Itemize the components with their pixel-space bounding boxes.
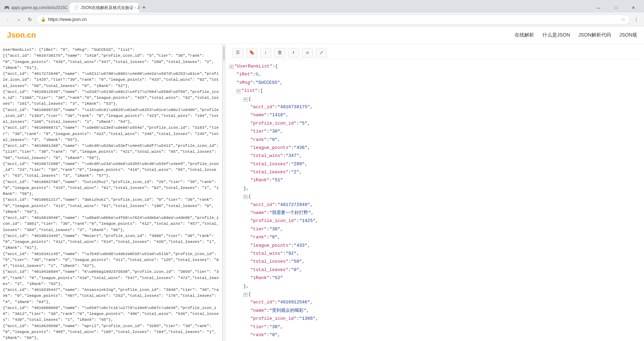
site-logo: Json.cn	[7, 31, 36, 40]
main-content: UserRankList": {"iRet": "0", "sMsg": "SU…	[0, 44, 644, 341]
json-field-tier: "tier":"30",	[230, 127, 640, 135]
extensions-button[interactable]: ⋮	[631, 15, 641, 24]
toolbar-sort-btn[interactable]: ↕	[260, 48, 271, 58]
json-field-league_points: "league_points":"433",	[230, 241, 640, 249]
tab-bar: 🎮 apps.game.qq.com/lol/a2015C ✕ 📄 JSON在线…	[0, 0, 644, 13]
toolbar-download-btn[interactable]: ⬇	[288, 48, 299, 58]
tab-json-icon: 📄	[74, 5, 79, 10]
site-nav: 在线解析 什么是JSON JSON解析代码 JSON规	[515, 31, 637, 40]
json-list-item-2: ⊟{"acct_id":"4016912546","name":"受到观众的喝彩…	[230, 290, 640, 341]
json-field-total_wins: "total_wins":"347",	[230, 152, 640, 160]
json-field-acct_id: "acct_id":"4016738175",	[230, 103, 640, 111]
tab-json-label: JSON在线解析及格式化验证 - J...	[81, 5, 139, 11]
tab-games-label: apps.game.qq.com/lol/a2015C	[11, 5, 68, 10]
window-controls: — □ ✕	[590, 3, 644, 13]
json-field-rank: "rank":"0",	[230, 233, 640, 241]
tab-games[interactable]: 🎮 apps.game.qq.com/lol/a2015C ✕	[0, 3, 70, 13]
address-text: https://www.json.cn	[48, 17, 618, 22]
json-field-tier: "tier":"30",	[230, 225, 640, 233]
json-field-iRank: "iRank":"52"	[230, 274, 640, 282]
toolbar-bookmark-btn[interactable]: 🔖	[246, 48, 257, 58]
lock-icon: 🔒	[41, 17, 46, 22]
json-field-iRank: "iRank":"51"	[230, 176, 640, 184]
json-field-name: "name":"我需要一个好打野",	[230, 209, 640, 217]
logo-accent: cn	[27, 31, 36, 39]
browser-window: 🎮 apps.game.qq.com/lol/a2015C ✕ 📄 JSON在线…	[0, 0, 644, 341]
json-field-name: "name":"受到观众的喝彩",	[230, 307, 640, 315]
json-field-rank: "rank":"0",	[230, 136, 640, 144]
json-field-name: "name":"1418",	[230, 111, 640, 119]
json-list-item-1: ⊟{"acct_id":"4017272949","name":"我需要一个好打…	[230, 192, 640, 290]
json-field-league_points: "league_points":"425",	[230, 339, 640, 341]
nav-item-parse[interactable]: 在线解析	[515, 31, 534, 40]
nav-right-buttons: ⋮	[631, 15, 641, 24]
formatted-json-panel[interactable]: ☰ 🔖 ↕ 🗑 ⬇ ↺ ⤢ ⊟"UserRankList":{"iRet":0,…	[225, 44, 644, 341]
json-field-total_wins: "total_wins":"92",	[230, 249, 640, 257]
site-header: Json.cn 在线解析 什么是JSON JSON解析代码 JSON规	[0, 26, 644, 44]
forward-button[interactable]: ›	[14, 15, 24, 24]
toolbar-refresh-btn[interactable]: ↺	[302, 48, 313, 58]
json-field-total_leaves: "total_leaves":"0",	[230, 266, 640, 274]
back-button[interactable]: ‹	[3, 15, 13, 24]
json-field-total_losses: "total_losses":"289",	[230, 160, 640, 168]
nav-item-code[interactable]: JSON解析代码	[578, 31, 611, 40]
address-bar[interactable]: 🔒 https://www.json.cn ☆	[36, 15, 630, 24]
json-field-total_losses: "total_losses":"50",	[230, 257, 640, 265]
toolbar-delete-btn[interactable]: 🗑	[274, 48, 285, 58]
json-field-acct_id: "acct_id":"4016912546",	[230, 298, 640, 306]
toolbar-expand-btn[interactable]: ⤢	[316, 48, 327, 58]
scroll-thumb	[223, 47, 225, 61]
maximize-button[interactable]: □	[608, 3, 624, 13]
panel-divider	[223, 44, 225, 341]
logo-main: Json.	[7, 31, 27, 39]
json-tree: ⊟"UserRankList":{"iRet":0,"sMsg":"SUCCES…	[230, 62, 640, 341]
json-field-tier: "tier":"30",	[230, 323, 640, 331]
nav-item-spec[interactable]: JSON规	[619, 31, 637, 40]
minimize-button[interactable]: —	[590, 3, 606, 13]
json-field-profile_icon_id: "profile_icon_id":"1425",	[230, 217, 640, 225]
json-field-league_points: "league_points":"436",	[230, 144, 640, 152]
json-root: ⊟"UserRankList":{"iRet":0,"sMsg":"SUCCES…	[230, 62, 640, 341]
tab-games-icon: 🎮	[4, 5, 9, 10]
raw-json-panel[interactable]: UserRankList": {"iRet": "0", "sMsg": "SU…	[0, 44, 223, 341]
close-button[interactable]: ✕	[625, 3, 641, 13]
toolbar-menu-btn[interactable]: ☰	[232, 48, 243, 58]
refresh-button[interactable]: ↻	[25, 15, 35, 24]
json-toolbar: ☰ 🔖 ↕ 🗑 ⬇ ↺ ⤢	[230, 47, 640, 60]
navigation-bar: ‹ › ↻ 🔒 https://www.json.cn ☆ ⋮	[0, 13, 644, 26]
json-field-acct_id: "acct_id":"4017272949",	[230, 201, 640, 209]
json-field-profile_icon_id: "profile_icon_id":"1386",	[230, 315, 640, 323]
new-tab-button[interactable]: +	[139, 3, 149, 13]
json-field-profile_icon_id: "profile_icon_id":"5",	[230, 119, 640, 127]
json-list-item-0: ⊟{"acct_id":"4016738175","name":"1418","…	[230, 95, 640, 193]
nav-item-what[interactable]: 什么是JSON	[542, 31, 570, 40]
json-field-total_leaves: "total_leaves":"2",	[230, 168, 640, 176]
tab-json[interactable]: 📄 JSON在线解析及格式化验证 - J... ✕	[70, 3, 139, 13]
json-field-rank: "rank":"0",	[230, 331, 640, 339]
bookmark-icon[interactable]: ☆	[621, 17, 626, 22]
